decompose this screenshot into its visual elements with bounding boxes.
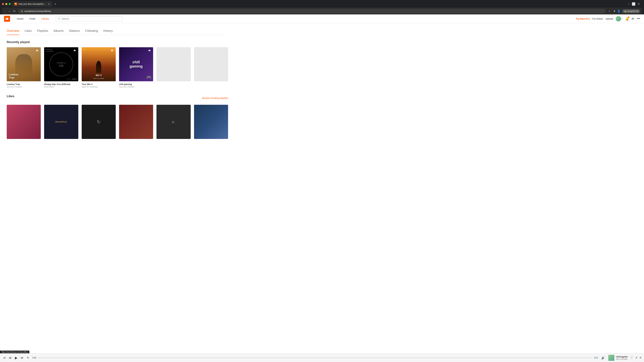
like-artwork-6 bbox=[194, 105, 228, 139]
soundcloud-badge-chill bbox=[148, 49, 152, 52]
forward-button[interactable]: › bbox=[8, 9, 10, 13]
active-tab[interactable]: Hear your likes and playlists, a... ✕ bbox=[12, 1, 52, 7]
app-header: Home Feed Library Try Next Pro For Artis… bbox=[0, 14, 644, 23]
like-image-4 bbox=[119, 105, 153, 139]
tab-close-button[interactable]: ✕ bbox=[48, 3, 50, 5]
tab-albums[interactable]: Albums bbox=[54, 27, 64, 35]
like-image-5: ▶ bbox=[156, 105, 190, 139]
bookmark-button[interactable]: ☆ bbox=[608, 9, 611, 13]
card-your-mix-3[interactable]: LTU Mix 3 TONY H & SHAVE Your Mix 3 Made… bbox=[82, 47, 116, 88]
soundcloud-logo[interactable] bbox=[4, 16, 10, 22]
card-title-chill: chill gaming bbox=[119, 83, 153, 85]
tab-overview[interactable]: Overview bbox=[7, 27, 19, 35]
search-bar[interactable] bbox=[56, 16, 123, 21]
reload-button[interactable]: ↻ bbox=[12, 9, 16, 13]
like-artwork-4 bbox=[119, 105, 153, 139]
profile-button[interactable]: 👤 bbox=[617, 9, 620, 13]
svg-point-1 bbox=[58, 17, 60, 19]
messages-button[interactable]: ✉ bbox=[632, 17, 634, 21]
nav-home[interactable]: Home bbox=[14, 16, 26, 21]
card-deejay-gijs[interactable]: Deejay-Gijs Cox (Official) 2PROMILLE DJ … bbox=[44, 47, 78, 88]
current-time: 0:00 bbox=[32, 357, 36, 359]
nav-library[interactable]: Library bbox=[38, 16, 52, 21]
shuffle-button[interactable]: ⇄ bbox=[3, 356, 6, 360]
for-artists-button[interactable]: For Artists bbox=[592, 17, 603, 20]
address-bar[interactable]: 🔒 soundcloud.com/you/library bbox=[18, 9, 606, 13]
card-chill-gaming[interactable]: chillgaming 🎮 chill gaming Discovery Pla… bbox=[119, 47, 153, 88]
download-button[interactable]: ⬇ bbox=[613, 9, 616, 13]
track-info: I.N.Kognito Jimi n Hendrix bbox=[608, 355, 628, 360]
likes-title: Likes bbox=[7, 94, 14, 98]
nav-feed[interactable]: Feed bbox=[27, 16, 38, 21]
close-window-button[interactable]: ✕ bbox=[638, 2, 640, 6]
like-card-6[interactable] bbox=[194, 105, 228, 140]
player-actions: ♡ ↗ ≡ bbox=[630, 356, 641, 360]
likes-section: Likes Browse trending playlists Densiflo… bbox=[7, 94, 228, 140]
play-pause-button[interactable]: ▶ bbox=[14, 355, 18, 360]
repeat-button[interactable]: ↻ bbox=[26, 356, 30, 360]
search-input[interactable] bbox=[62, 17, 120, 20]
progress-bar[interactable] bbox=[38, 358, 592, 358]
track-artist: I.N.Kognito bbox=[616, 356, 628, 358]
tab-likes[interactable]: Likes bbox=[25, 27, 32, 35]
user-avatar-area[interactable]: ▾ bbox=[616, 16, 622, 21]
incognito-label: Incognito (2) bbox=[627, 10, 638, 12]
like-card-3[interactable]: ↻ bbox=[82, 105, 116, 140]
tab-favicon bbox=[14, 3, 17, 5]
card-subtitle-mix3: Made for A24beaba bbox=[82, 86, 116, 88]
lock-icon: 🔒 bbox=[21, 10, 23, 12]
volume-button[interactable]: 🔊 bbox=[600, 355, 606, 360]
window-minimize-button[interactable] bbox=[5, 3, 8, 5]
soundcloud-badge-dj bbox=[74, 49, 77, 52]
status-bar: https://soundcloud.com/you/likes bbox=[0, 351, 29, 353]
notifications-button[interactable]: 🔔 bbox=[625, 17, 629, 21]
browser-actions: ⬇ 👤 🕵 Incognito (2) bbox=[613, 9, 640, 13]
avatar bbox=[616, 16, 621, 21]
card-lowkey-trap[interactable]: LowkeyTrap Lowkey Trap Discovery Playlis… bbox=[7, 47, 41, 88]
back-button[interactable]: ‹ bbox=[4, 9, 6, 13]
tab-title: Hear your likes and playlists, a... bbox=[18, 3, 46, 5]
tab-stations[interactable]: Stations bbox=[69, 27, 80, 35]
like-card-4[interactable] bbox=[119, 105, 153, 140]
card-artwork-deejay: Deejay-Gijs Cox (Official) 2PROMILLE DJ … bbox=[44, 47, 78, 81]
like-card-2[interactable]: Densiflora bbox=[44, 105, 78, 140]
main-nav: Home Feed Library bbox=[14, 16, 52, 21]
like-image-1 bbox=[7, 105, 41, 139]
address-bar-row: ‹ › ↻ 🔒 soundcloud.com/you/library ☆ ⬇ 👤… bbox=[2, 8, 642, 14]
window-close-button[interactable] bbox=[2, 3, 4, 5]
placeholder-image-1 bbox=[156, 47, 190, 81]
restore-window-button[interactable]: ⬜ bbox=[632, 2, 636, 6]
tab-playlists[interactable]: Playlists bbox=[37, 27, 48, 35]
previous-button[interactable]: ⏮ bbox=[8, 356, 12, 360]
notification-dot bbox=[628, 16, 629, 18]
like-card-1[interactable] bbox=[7, 105, 41, 140]
card-subtitle-lowkey: Discovery Playlists bbox=[7, 86, 41, 88]
like-artwork-1 bbox=[7, 105, 41, 139]
total-time: 2:01 bbox=[594, 357, 598, 359]
card-subtitle-chill: Discovery Playlists bbox=[119, 86, 153, 88]
card-subtitle-deejay: Artist station bbox=[44, 86, 78, 88]
window-maximize-button[interactable] bbox=[9, 3, 11, 5]
tab-following[interactable]: Following bbox=[85, 27, 98, 35]
more-options-button[interactable]: ••• bbox=[637, 17, 640, 20]
upload-button[interactable]: Upload bbox=[606, 17, 613, 20]
card-artwork-placeholder-2 bbox=[194, 47, 228, 81]
try-next-pro-link[interactable]: Try Next Pro bbox=[576, 17, 590, 20]
chill-gaming-artwork-text: chillgaming bbox=[130, 60, 143, 68]
repost-button[interactable]: ↗ bbox=[635, 356, 638, 360]
like-card-5[interactable]: ▶ bbox=[156, 105, 190, 140]
minimize-window-button[interactable]: ─ bbox=[628, 2, 630, 6]
likes-header: Likes Browse trending playlists bbox=[7, 94, 228, 101]
card-artwork-chill: chillgaming 🎮 bbox=[119, 47, 153, 81]
like-image-3: ↻ bbox=[82, 105, 116, 139]
browser-top-bar: Hear your likes and playlists, a... ✕ + … bbox=[2, 1, 642, 7]
queue-button[interactable]: ≡ bbox=[640, 356, 641, 360]
soundcloud-app: Home Feed Library Try Next Pro For Artis… bbox=[0, 14, 644, 360]
new-tab-button[interactable]: + bbox=[53, 2, 58, 7]
card-title-deejay: Deejay-Gijs Cox (Official) bbox=[44, 83, 78, 85]
browse-trending-link[interactable]: Browse trending playlists bbox=[202, 97, 228, 99]
next-button[interactable]: ⏭ bbox=[20, 356, 24, 360]
like-track-button[interactable]: ♡ bbox=[630, 356, 633, 360]
track-thumbnail bbox=[608, 355, 614, 360]
tab-history[interactable]: History bbox=[103, 27, 113, 35]
